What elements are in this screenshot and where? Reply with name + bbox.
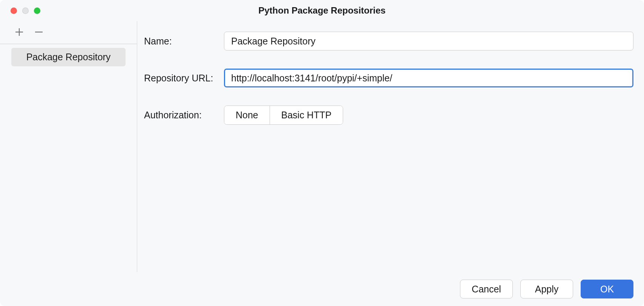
cancel-button[interactable]: Cancel (460, 280, 513, 298)
sidebar-item-package-repository[interactable]: Package Repository (11, 48, 126, 66)
sidebar: Package Repository (0, 21, 137, 272)
sidebar-item-label: Package Repository (26, 52, 111, 62)
dialog-window: Python Package Repositories (0, 0, 644, 306)
authorization-segmented: None Basic HTTP (224, 106, 343, 125)
remove-icon[interactable] (33, 26, 44, 38)
add-icon[interactable] (14, 26, 25, 38)
minimize-window-icon[interactable] (22, 8, 29, 14)
ok-button[interactable]: OK (581, 280, 633, 298)
repository-url-input[interactable] (224, 69, 633, 87)
authorization-label: Authorization: (144, 110, 224, 121)
authorization-row: Authorization: None Basic HTTP (144, 106, 633, 125)
auth-option-basic-http[interactable]: Basic HTTP (270, 106, 343, 124)
close-window-icon[interactable] (11, 8, 17, 14)
repository-list: Package Repository (0, 48, 137, 272)
sidebar-toolbar (0, 26, 137, 44)
main-panel: Name: Repository URL: Authorization: Non… (137, 21, 644, 272)
content-area: Package Repository Name: Repository URL:… (0, 21, 644, 272)
name-label: Name: (144, 36, 224, 47)
name-input[interactable] (224, 32, 633, 50)
auth-option-none[interactable]: None (224, 106, 270, 124)
window-controls (0, 8, 40, 14)
name-row: Name: (144, 32, 633, 50)
url-label: Repository URL: (144, 73, 224, 84)
dialog-footer: Cancel Apply OK (0, 272, 644, 306)
titlebar: Python Package Repositories (0, 0, 644, 21)
maximize-window-icon[interactable] (34, 8, 40, 14)
apply-button[interactable]: Apply (520, 280, 573, 298)
url-row: Repository URL: (144, 69, 633, 87)
window-title: Python Package Repositories (0, 5, 644, 16)
